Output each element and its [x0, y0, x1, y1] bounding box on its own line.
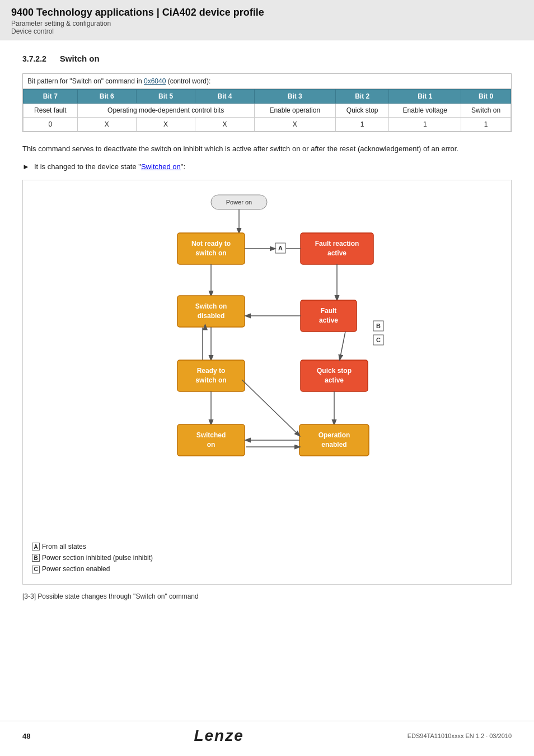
- svg-text:Quick stop: Quick stop: [317, 367, 352, 375]
- cell-val-1: 1: [389, 118, 461, 132]
- figure-caption: [3-3] Possible state changes through "Sw…: [22, 592, 512, 600]
- svg-text:A: A: [278, 245, 283, 251]
- svg-text:switch on: switch on: [195, 376, 226, 384]
- section-title: Switch on: [60, 54, 100, 63]
- footer-logo: Lenze: [194, 727, 243, 745]
- svg-line-45: [242, 380, 299, 436]
- section-heading: 3.7.2.2 Switch on: [22, 54, 512, 63]
- page-header: 9400 Technology applications | CiA402 de…: [0, 0, 534, 40]
- bullet-arrow-icon: ►: [22, 162, 30, 171]
- svg-rect-28: [177, 360, 245, 391]
- breadcrumb: Parameter setting & configuration Device…: [11, 20, 523, 35]
- bit-pattern-table: Bit pattern for "Switch on" command in 0…: [22, 73, 512, 132]
- svg-text:Switched: Switched: [196, 431, 226, 439]
- svg-text:Fault reaction: Fault reaction: [315, 240, 359, 248]
- main-content: 3.7.2.2 Switch on Bit pattern for "Switc…: [0, 40, 534, 625]
- state-diagram: Power on Not ready to switch on Fault re…: [22, 180, 512, 585]
- cell-val-4: X: [195, 118, 254, 132]
- bit-table: Bit 7 Bit 6 Bit 5 Bit 4 Bit 3 Bit 2 Bit …: [23, 89, 511, 132]
- col-bit0: Bit 0: [461, 90, 511, 104]
- svg-rect-18: [301, 300, 357, 332]
- svg-text:B: B: [376, 323, 381, 329]
- table-caption: Bit pattern for "Switch on" command in 0…: [23, 74, 511, 89]
- footer-page-number: 48: [22, 732, 30, 740]
- table-link[interactable]: 0x6040: [144, 77, 166, 85]
- bullet-text: It is changed to the device state "Switc…: [34, 162, 185, 171]
- col-bit5: Bit 5: [136, 90, 195, 104]
- svg-text:Ready to: Ready to: [197, 367, 226, 375]
- svg-text:Fault: Fault: [321, 307, 337, 315]
- svg-rect-40: [299, 424, 369, 456]
- svg-rect-31: [301, 360, 368, 391]
- legend-badge-b: B: [32, 554, 40, 562]
- svg-text:active: active: [319, 316, 338, 324]
- footer-doc-ref: EDS94TA11010xxxx EN 1.2 · 03/2010: [407, 732, 512, 739]
- page-footer: 48 Lenze EDS94TA11010xxxx EN 1.2 · 03/20…: [0, 721, 534, 745]
- svg-text:Operation: Operation: [318, 431, 350, 439]
- cell-val-5: X: [136, 118, 195, 132]
- svg-text:C: C: [376, 337, 381, 343]
- svg-text:Power on: Power on: [226, 199, 252, 206]
- legend-badge-c: C: [32, 566, 40, 573]
- svg-text:active: active: [327, 249, 346, 257]
- bullet-container: ► It is changed to the device state "Swi…: [22, 162, 512, 171]
- cell-quick-stop: Quick stop: [335, 104, 389, 118]
- svg-text:switch on: switch on: [195, 249, 226, 257]
- cell-val-0: 1: [461, 118, 511, 132]
- col-bit2: Bit 2: [335, 90, 389, 104]
- table-row-values: 0 X X X X 1 1 1: [24, 118, 511, 132]
- page-title: 9400 Technology applications | CiA402 de…: [11, 7, 523, 18]
- cell-enable-volt: Enable voltage: [389, 104, 461, 118]
- svg-rect-3: [177, 233, 245, 264]
- diagram-svg: Power on Not ready to switch on Fault re…: [82, 189, 452, 536]
- legend-badge-a: A: [32, 543, 40, 550]
- svg-rect-37: [177, 424, 245, 456]
- svg-text:on: on: [207, 441, 216, 449]
- svg-rect-6: [301, 233, 373, 264]
- svg-text:Not ready to: Not ready to: [191, 240, 231, 248]
- switched-on-link[interactable]: Switched on: [141, 162, 181, 171]
- cell-enable-op: Enable operation: [254, 104, 335, 118]
- svg-rect-15: [177, 296, 245, 327]
- col-bit4: Bit 4: [195, 90, 254, 104]
- col-bit1: Bit 1: [389, 90, 461, 104]
- cell-switch-on: Switch on: [461, 104, 511, 118]
- svg-text:disabled: disabled: [198, 312, 225, 320]
- cell-reset-fault: Reset fault: [24, 104, 78, 118]
- cell-val-2: 1: [335, 118, 389, 132]
- svg-line-34: [340, 332, 345, 360]
- table-row-labels: Reset fault Operating mode-dependent con…: [24, 104, 511, 118]
- svg-text:enabled: enabled: [321, 441, 346, 449]
- cell-val-7: 0: [24, 118, 78, 132]
- col-bit7: Bit 7: [24, 90, 78, 104]
- svg-text:Switch on: Switch on: [195, 302, 227, 310]
- svg-text:active: active: [325, 376, 344, 384]
- cell-val-6: X: [77, 118, 136, 132]
- section-number: 3.7.2.2: [22, 54, 46, 63]
- legend-item-b: B Power section inhibited (pulse inhibit…: [32, 552, 502, 563]
- legend-item-c: C Power section enabled: [32, 563, 502, 575]
- col-bit6: Bit 6: [77, 90, 136, 104]
- cell-op-mode: Operating mode-dependent control bits: [77, 104, 254, 118]
- description-text: This command serves to deactivate the sw…: [22, 143, 481, 155]
- cell-val-3: X: [254, 118, 335, 132]
- col-bit3: Bit 3: [254, 90, 335, 104]
- diagram-legend: A From all states B Power section inhibi…: [32, 541, 502, 575]
- legend-item-a: A From all states: [32, 541, 502, 552]
